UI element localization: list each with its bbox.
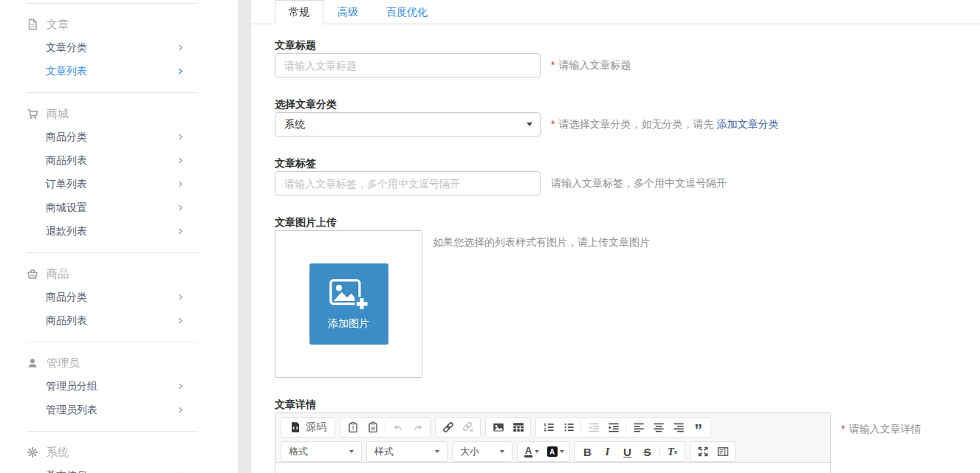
toolbar-separator	[580, 421, 581, 434]
divider	[27, 431, 198, 432]
article-tags-input[interactable]	[275, 171, 541, 196]
text-color-icon: A	[524, 446, 532, 458]
sidebar-item-admin-group[interactable]: 管理员分组	[0, 375, 238, 398]
redo-button[interactable]	[408, 418, 428, 436]
sidebar-item-admin-list[interactable]: 管理员列表	[0, 398, 238, 422]
dropdown-caret-icon	[349, 450, 354, 453]
chevron-right-icon	[176, 179, 185, 189]
chevron-right-icon	[176, 203, 185, 213]
paste-text-icon: T	[347, 421, 359, 433]
divider	[27, 92, 198, 93]
field-label: 文章图片上传	[275, 215, 980, 229]
sidebar-header-label: 文章	[47, 18, 69, 32]
bg-color-icon: A	[547, 446, 558, 457]
bullet-list-button[interactable]	[558, 418, 578, 436]
editor-content-area[interactable]	[275, 462, 830, 473]
field-hint: 请输入文章标签，多个用中文逗号隔开	[551, 177, 727, 190]
sidebar-item-product-category[interactable]: 商品分类	[0, 286, 238, 309]
align-right-icon	[673, 421, 685, 433]
align-right-button[interactable]	[668, 418, 688, 436]
blockquote-button[interactable]: ”	[688, 418, 708, 436]
source-button[interactable]: 源码	[284, 418, 332, 436]
paste-text-button[interactable]: T	[343, 418, 363, 436]
field-label: 文章标签	[275, 156, 980, 170]
field-article-detail: 文章详情 源码 T	[275, 398, 980, 473]
bold-button[interactable]: B	[578, 443, 597, 460]
ordered-list-button[interactable]	[538, 418, 558, 436]
insert-image-button[interactable]	[488, 418, 508, 436]
sidebar-item-basic-info[interactable]: 基本信息	[0, 464, 238, 473]
strikethrough-button[interactable]: S	[637, 443, 657, 460]
sidebar-section-admin: 管理员 管理员分组 管理员列表	[0, 351, 238, 422]
divider	[27, 342, 198, 342]
underline-button[interactable]: U	[617, 443, 637, 460]
tab-general[interactable]: 常规	[275, 0, 323, 24]
sidebar-item-mall-settings[interactable]: 商城设置	[0, 196, 238, 220]
dropdown-caret-icon	[500, 450, 504, 453]
italic-button[interactable]: I	[597, 443, 617, 460]
styles-dropdown[interactable]: 样式	[369, 443, 445, 460]
tab-advanced[interactable]: 高级	[323, 0, 372, 24]
undo-icon	[392, 421, 404, 433]
format-dropdown[interactable]: 格式	[284, 443, 359, 460]
field-article-category: 选择文章分类 系统 *请选择文章分类，如无分类，请先添加文章分类	[275, 97, 980, 137]
sidebar-item-article-list[interactable]: 文章列表	[0, 60, 238, 83]
sidebar-item-refund-list[interactable]: 退款列表	[0, 220, 238, 244]
undo-button[interactable]	[388, 418, 408, 436]
paste-word-button[interactable]: W	[363, 418, 383, 436]
maximize-button[interactable]	[693, 443, 713, 460]
toolbar-group-colors: A A	[517, 441, 570, 462]
sidebar-item-order-list[interactable]: 订单列表	[0, 173, 238, 196]
align-center-button[interactable]	[648, 418, 668, 436]
show-blocks-button[interactable]	[713, 443, 733, 460]
field-article-image: 文章图片上传 添加图片 如果您选择	[275, 215, 980, 378]
size-dropdown[interactable]: 大小	[455, 443, 510, 460]
article-title-input[interactable]	[275, 53, 541, 77]
add-image-button[interactable]: 添加图片	[309, 263, 388, 345]
chevron-right-icon	[176, 381, 185, 391]
link-button[interactable]	[438, 418, 458, 436]
text-color-button[interactable]: A	[520, 443, 544, 460]
sidebar-header-system: 系统	[0, 441, 238, 464]
ordered-list-icon	[543, 421, 555, 433]
sidebar-item-article-category[interactable]: 文章分类	[0, 36, 238, 60]
toolbar-group-tools	[690, 441, 736, 462]
unlink-button[interactable]	[458, 418, 478, 436]
chevron-right-icon	[176, 405, 185, 415]
required-asterisk: *	[551, 59, 555, 71]
article-form: 文章标题 *请输入文章标题 选择文章分类 系统 *请选择文章分类，如无分类，请先…	[251, 24, 980, 473]
align-left-button[interactable]	[628, 418, 648, 436]
sidebar-section-mall: 商城 商品分类 商品列表 订单列表 商城设置 退款列表	[0, 102, 238, 244]
tab-baidu-seo[interactable]: 百度优化	[372, 0, 442, 24]
sidebar-header-product: 商品	[0, 262, 238, 286]
sidebar-header-mall: 商城	[0, 102, 238, 125]
category-select[interactable]: 系统	[275, 112, 541, 137]
field-hint: 如果您选择的列表样式有图片，请上传文章图片	[433, 230, 650, 249]
dropdown-caret-icon	[560, 450, 564, 453]
chevron-right-icon	[176, 156, 185, 165]
sidebar-header-article: 文章	[0, 13, 238, 36]
toolbar-separator	[385, 421, 386, 434]
main-content: 常规 高级 百度优化 文章标题 *请输入文章标题 选择文章分类 系统 *请选择文…	[251, 0, 980, 473]
cart-icon	[27, 108, 38, 120]
outdent-button[interactable]	[583, 418, 603, 436]
field-hint: *请输入文章标题	[551, 59, 631, 72]
remove-format-button[interactable]: Tx	[662, 443, 682, 460]
sidebar-section-system: 系统 基本信息	[0, 441, 238, 473]
image-icon	[493, 421, 504, 433]
sidebar: 文章 文章分类 文章列表 商城 商品分类 商品列表 订单列表 商城设置	[0, 0, 238, 473]
sidebar-item-product-list[interactable]: 商品列表	[0, 309, 238, 333]
field-article-title: 文章标题 *请输入文章标题	[275, 38, 980, 77]
bg-color-button[interactable]: A	[544, 443, 567, 460]
editor-toolbar-row-1: 源码 T W	[281, 417, 825, 438]
insert-table-button[interactable]	[508, 418, 528, 436]
chevron-right-icon	[176, 132, 185, 142]
sidebar-item-goods-category[interactable]: 商品分类	[0, 125, 238, 149]
required-asterisk: *	[841, 423, 845, 435]
bullet-list-icon	[563, 421, 575, 433]
indent-button[interactable]	[603, 418, 623, 436]
divider	[27, 3, 198, 4]
sidebar-header-admin: 管理员	[0, 351, 238, 375]
sidebar-item-goods-list[interactable]: 商品列表	[0, 149, 238, 173]
add-category-link[interactable]: 添加文章分类	[716, 118, 778, 130]
